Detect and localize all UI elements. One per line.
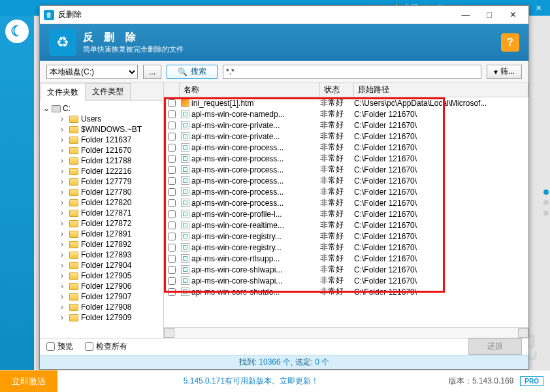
pattern-input[interactable]	[223, 65, 481, 79]
table-row[interactable]: api-ms-win-core-process...非常好C:\Folder 1…	[164, 186, 528, 197]
expand-icon[interactable]: ›	[61, 250, 67, 259]
expand-icon[interactable]: ›	[61, 208, 67, 218]
activate-button[interactable]: 立即激活	[0, 370, 57, 393]
row-checkbox[interactable]	[168, 188, 176, 196]
tree-item[interactable]: ›Folder 127892	[41, 239, 162, 250]
list-body[interactable]: ini_request[1].htm非常好C:\Users\pc\AppData…	[164, 97, 528, 327]
expand-icon[interactable]: ›	[61, 302, 67, 312]
expand-icon[interactable]: ›	[61, 261, 67, 270]
tree-item[interactable]: ›Folder 121670	[41, 145, 162, 155]
tree-item[interactable]: ›Folder 127909	[41, 312, 162, 323]
dialog-close-button[interactable]: ✕	[501, 8, 525, 22]
preview-checkbox[interactable]: 预览	[46, 341, 73, 352]
row-checkbox[interactable]	[168, 277, 176, 285]
tree-item[interactable]: ›Folder 127906	[41, 281, 162, 291]
table-row[interactable]: api-ms-win-core-private...非常好C:\Folder 1…	[164, 120, 528, 131]
table-row[interactable]: api-ms-win-core-process...非常好C:\Folder 1…	[164, 197, 528, 208]
expand-icon[interactable]: ›	[61, 188, 67, 197]
tree-item[interactable]: ›Folder 127904	[41, 260, 162, 270]
search-button[interactable]: 🔍搜索	[167, 65, 218, 79]
row-checkbox[interactable]	[168, 122, 176, 129]
expand-icon[interactable]: ›	[61, 292, 67, 301]
row-checkbox[interactable]	[168, 244, 176, 252]
tree-item[interactable]: ›Folder 121637	[41, 135, 162, 145]
folder-tree[interactable]: ⌄ C: ›Users›$WINDOWS.~BT›Folder 121637›F…	[40, 101, 163, 338]
table-row[interactable]: api-ms-win-core-shlwapi...非常好C:\Folder 1…	[164, 275, 528, 286]
page-dots[interactable]	[543, 189, 549, 216]
tree-item[interactable]: ›Folder 127820	[41, 197, 162, 208]
col-name[interactable]: 名称	[180, 83, 320, 97]
col-status[interactable]: 状态	[320, 83, 354, 97]
row-checkbox[interactable]	[168, 110, 176, 118]
table-row[interactable]: api-ms-win-core-shlwapi...非常好C:\Folder 1…	[164, 264, 528, 275]
restore-button[interactable]: 还原	[468, 338, 522, 355]
table-row[interactable]: api-ms-win-core-private...非常好C:\Folder 1…	[164, 131, 528, 142]
table-row[interactable]: api-ms-win-core-realtime...非常好C:\Folder …	[164, 220, 528, 231]
dialog-maximize-button[interactable]: □	[477, 8, 501, 22]
row-checkbox[interactable]	[168, 221, 176, 229]
expand-icon[interactable]: ›	[61, 135, 67, 144]
row-checkbox[interactable]	[168, 99, 176, 107]
expand-icon[interactable]: ›	[61, 125, 67, 134]
row-checkbox[interactable]	[168, 288, 176, 296]
dialog-minimize-button[interactable]: —	[454, 8, 477, 22]
expand-icon[interactable]: ›	[61, 271, 67, 280]
tree-item[interactable]: ›Folder 127780	[41, 187, 162, 197]
row-checkbox[interactable]	[168, 155, 176, 163]
tree-root[interactable]: ⌄ C:	[41, 103, 162, 114]
expand-icon[interactable]: ›	[61, 240, 67, 249]
table-row[interactable]: api-ms-win-core-shutdo...非常好C:\Folder 12…	[164, 286, 528, 297]
tree-item[interactable]: ›Folder 127905	[41, 270, 162, 281]
table-row[interactable]: api-ms-win-core-registry...非常好C:\Folder …	[164, 231, 528, 242]
expand-icon[interactable]: ›	[61, 177, 67, 186]
row-checkbox[interactable]	[168, 166, 176, 174]
row-checkbox[interactable]	[168, 210, 176, 218]
tab-folder-count[interactable]: 文件夹数	[40, 84, 86, 101]
update-link[interactable]: 5.145.0.171有可用新版本。立即更新！	[57, 376, 445, 387]
expand-icon[interactable]: ›	[61, 229, 67, 238]
check-all-checkbox[interactable]: 检查所有	[85, 341, 127, 352]
tree-item[interactable]: ›Users	[41, 114, 162, 124]
tree-item[interactable]: ›Folder 127872	[41, 218, 162, 229]
close-button[interactable]: ✕	[529, 2, 547, 14]
table-row[interactable]: ini_request[1].htm非常好C:\Users\pc\AppData…	[164, 97, 528, 108]
tree-item[interactable]: ›Folder 127871	[41, 208, 162, 218]
drive-select[interactable]: 本地磁盘(C:)	[46, 65, 138, 79]
table-row[interactable]: api-ms-win-core-process...非常好C:\Folder 1…	[164, 142, 528, 153]
table-row[interactable]: api-ms-win-core-registry...非常好C:\Folder …	[164, 242, 528, 253]
row-checkbox[interactable]	[168, 199, 176, 207]
filter-button[interactable]: ▾筛...	[487, 65, 522, 79]
table-row[interactable]: api-ms-win-core-namedp...非常好C:\Folder 12…	[164, 108, 528, 120]
table-row[interactable]: api-ms-win-core-profile-l...非常好C:\Folder…	[164, 208, 528, 220]
row-checkbox[interactable]	[168, 177, 176, 185]
row-checkbox[interactable]	[168, 255, 176, 263]
tree-item[interactable]: ›Folder 127891	[41, 229, 162, 239]
expand-icon[interactable]: ›	[61, 219, 67, 228]
tree-item[interactable]: ›Folder 127893	[41, 250, 162, 260]
tab-file-type[interactable]: 文件类型	[85, 83, 131, 100]
row-checkbox[interactable]	[168, 144, 176, 152]
tree-item[interactable]: ›Folder 127908	[41, 302, 162, 312]
row-checkbox[interactable]	[168, 266, 176, 274]
table-row[interactable]: api-ms-win-core-process...非常好C:\Folder 1…	[164, 175, 528, 186]
table-row[interactable]: api-ms-win-core-rtlsupp...非常好C:\Folder 1…	[164, 253, 528, 264]
expand-icon[interactable]: ›	[61, 282, 67, 291]
expand-icon[interactable]: ›	[61, 114, 67, 123]
horizontal-scrollbar[interactable]	[164, 327, 528, 338]
browse-button[interactable]: ...	[143, 65, 161, 79]
tree-item[interactable]: ›$WINDOWS.~BT	[41, 124, 162, 135]
tree-item[interactable]: ›Folder 122216	[41, 166, 162, 176]
expand-icon[interactable]: ›	[61, 167, 67, 176]
banner-help-button[interactable]: ?	[501, 33, 519, 52]
tree-item[interactable]: ›Folder 127907	[41, 291, 162, 302]
tree-item[interactable]: ›Folder 127779	[41, 176, 162, 187]
tree-item[interactable]: ›Folder 121788	[41, 155, 162, 166]
expand-icon[interactable]: ›	[61, 146, 67, 155]
expand-icon[interactable]: ›	[61, 198, 67, 207]
expand-icon[interactable]: ›	[61, 313, 67, 322]
expand-icon[interactable]: ›	[61, 156, 67, 165]
col-path[interactable]: 原始路径	[354, 83, 528, 97]
row-checkbox[interactable]	[168, 233, 176, 240]
table-row[interactable]: api-ms-win-core-process...非常好C:\Folder 1…	[164, 164, 528, 175]
collapse-icon[interactable]: ⌄	[42, 104, 50, 113]
